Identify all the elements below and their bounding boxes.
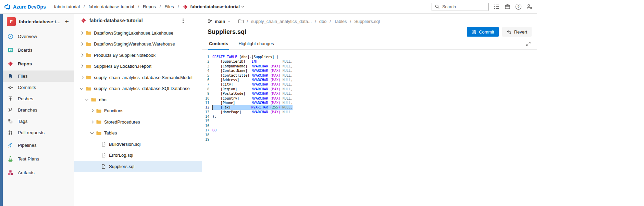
code-text: [Country] NVARCHAR (MAX) NULL, (212, 96, 293, 101)
app-window: Azure DevOps fabric-tutorial / fabric-da… (0, 0, 537, 206)
folder-icon (96, 119, 101, 125)
chevron-down-icon (242, 5, 244, 7)
tree-item-tables[interactable]: Tables (74, 128, 202, 139)
path-separator: / (247, 19, 248, 24)
breadcrumb-item-org[interactable]: fabric-tutorial (54, 4, 80, 9)
code-text: CREATE TABLE [dbo].[Suppliers] ( (212, 55, 278, 59)
sidebar-item-pipelines[interactable]: Pipelines (3, 138, 74, 152)
chevron-right-icon[interactable] (80, 42, 84, 46)
chevron-down-icon[interactable] (85, 98, 89, 101)
breadcrumb-item-project[interactable]: fabric-database-tutorial (88, 4, 134, 9)
code-line-17[interactable]: 17GO (202, 128, 537, 132)
tree-item-functions[interactable]: Functions (74, 105, 202, 117)
path-segment[interactable]: Suppliers.sql (354, 19, 380, 24)
brand-link[interactable]: Azure DevOps (13, 4, 46, 10)
user-settings-icon[interactable] (527, 4, 532, 10)
code-line-1[interactable]: 1CREATE TABLE [dbo].[Suppliers] ( (202, 55, 537, 59)
title-row: Suppliers.sql Commit Revert (202, 27, 537, 37)
tree-item-supply-chain-analytics-database-sqldatabase[interactable]: supply_chain_analytics_database.SQLDatab… (74, 83, 202, 94)
chevron-right-icon[interactable] (80, 31, 84, 35)
path-segment[interactable]: dbo (319, 19, 327, 24)
code-text: GO (212, 128, 216, 132)
chevron-right-icon[interactable] (90, 120, 94, 124)
chevron-right-icon[interactable] (80, 65, 84, 68)
tree-item-supply-chain-analytics-database-semanticmodel[interactable]: supply_chain_analytics_database.Semantic… (74, 72, 202, 83)
tree-item-label: BuildVersion.sql (109, 142, 141, 147)
azure-devops-logo-icon[interactable] (4, 3, 11, 10)
help-icon[interactable]: ? (516, 4, 521, 10)
chevron-right-icon[interactable] (90, 109, 94, 113)
tree-item-errorlog-sql[interactable]: ErrorLog.sql (74, 150, 202, 161)
code-line-2[interactable]: 2 [SupplierID] INT NULL, (202, 59, 537, 64)
sidebar-item-repos[interactable]: Repos (3, 57, 74, 70)
code-line-11[interactable]: 11 [Phone] NVARCHAR (MAX) NULL, (202, 101, 537, 105)
branch-selector[interactable]: main (208, 19, 230, 24)
code-line-8[interactable]: 8 [Region] NVARCHAR (MAX) NULL, (202, 87, 537, 91)
tree-item-dbo[interactable]: dbo (74, 94, 202, 105)
folder-icon[interactable] (238, 18, 244, 24)
breadcrumb-item-repos[interactable]: Repos (143, 4, 156, 9)
tab-highlight-changes[interactable]: Highlight changes (238, 41, 274, 49)
code-line-5[interactable]: 5 [ContactTitle] NVARCHAR (MAX) NULL, (202, 73, 537, 78)
sidebar-item-boards[interactable]: Boards (3, 43, 74, 57)
commit-button[interactable]: Commit (467, 27, 499, 37)
sidebar-item-commits[interactable]: Commits (3, 82, 74, 93)
chevron-down-icon[interactable] (90, 131, 94, 134)
sidebar-item-artifacts[interactable]: Artifacts (3, 166, 74, 179)
path-segment[interactable]: Tables (334, 19, 347, 24)
chevron-right-icon[interactable] (80, 76, 84, 79)
breadcrumb-separator: / (138, 4, 139, 9)
more-options-icon[interactable] (179, 17, 187, 24)
code-line-18[interactable]: 18 (202, 133, 537, 137)
sidebar-item-files[interactable]: Files (3, 70, 74, 82)
code-text: [PostalCode] NVARCHAR (MAX) NULL, (212, 91, 293, 96)
repo-selector[interactable]: fabric-database-tutorial (183, 4, 243, 10)
task-list-icon[interactable] (494, 4, 499, 10)
add-project-button[interactable]: + (64, 18, 70, 25)
code-line-7[interactable]: 7 [City] NVARCHAR (MAX) NULL, (202, 82, 537, 87)
sidebar-item-tags[interactable]: Tags (3, 116, 74, 127)
code-line-15[interactable]: 15 (202, 119, 537, 123)
tree-item-storedprocedures[interactable]: StoredProcedures (74, 116, 202, 128)
code-text: [City] NVARCHAR (MAX) NULL, (212, 82, 293, 87)
code-line-6[interactable]: 6 [Address] NVARCHAR (MAX) NULL, (202, 78, 537, 82)
chevron-right-icon[interactable] (80, 53, 84, 57)
sidebar-item-overview[interactable]: Overview (3, 29, 74, 43)
tree-item-dataflowsstaginglakehouse-lakehouse[interactable]: DataflowsStagingLakehouse.Lakehouse (74, 27, 202, 39)
code-line-16[interactable]: 16 (202, 124, 537, 128)
code-line-10[interactable]: 10 [Country] NVARCHAR (MAX) NULL, (202, 96, 537, 101)
tree-item-buildversion-sql[interactable]: BuildVersion.sql (74, 139, 202, 150)
tree-item-suppliers-by-location-report[interactable]: Suppliers By Location.Report (74, 61, 202, 72)
search-input[interactable] (442, 4, 485, 9)
code-line-12[interactable]: 12 [Fax] NVARCHAR (255) NULL, (202, 105, 537, 110)
fullscreen-toggle[interactable] (526, 41, 531, 49)
sidebar-item-branches[interactable]: Branches (3, 104, 74, 116)
code-line-3[interactable]: 3 [CompanyName] NVARCHAR (MAX) NULL, (202, 64, 537, 68)
project-avatar[interactable]: F (7, 17, 16, 26)
code-line-19[interactable]: 19 (202, 137, 537, 142)
code-text: [SupplierID] INT NULL, (212, 59, 293, 64)
tab-contents[interactable]: Contents (208, 41, 229, 49)
tree-item-label: dbo (99, 97, 107, 102)
sidebar-item-pull-requests[interactable]: Pull requests (3, 127, 74, 138)
tree-item-suppliers-sql[interactable]: Suppliers.sql (74, 161, 202, 172)
path-segment[interactable]: supply_chain_analytics_data... (251, 19, 312, 24)
code-line-9[interactable]: 9 [PostalCode] NVARCHAR (MAX) NULL, (202, 91, 537, 96)
sidebar-item-test-plans[interactable]: Test Plans (3, 152, 74, 166)
code-editor[interactable]: 1CREATE TABLE [dbo].[Suppliers] (2 [Supp… (202, 50, 537, 206)
page-title: Suppliers.sql (208, 28, 246, 36)
project-name[interactable]: fabric-database-tutorial (19, 19, 61, 24)
revert-button[interactable]: Revert (502, 27, 532, 37)
code-line-13[interactable]: 13 [HomePage] NVARCHAR (MAX) NULL (202, 110, 537, 114)
marketplace-bag-icon[interactable] (505, 4, 510, 10)
sidebar-item-pushes[interactable]: Pushes (3, 93, 74, 104)
artifacts-icon (7, 170, 13, 176)
tree-item-products-by-supplier-notebook[interactable]: Products By Supplier.Notebook (74, 50, 202, 61)
sidebar-item-label: Artifacts (18, 170, 35, 175)
code-line-4[interactable]: 4 [ContactName] NVARCHAR (MAX) NULL, (202, 68, 537, 73)
breadcrumb-item-files[interactable]: Files (164, 4, 174, 9)
sidebar-item-label: Tags (18, 119, 28, 124)
code-line-14[interactable]: 14); (202, 114, 537, 119)
chevron-down-icon[interactable] (80, 86, 84, 90)
tree-item-dataflowsstagingwarehouse-warehouse[interactable]: DataflowsStagingWarehouse.Warehouse (74, 39, 202, 50)
